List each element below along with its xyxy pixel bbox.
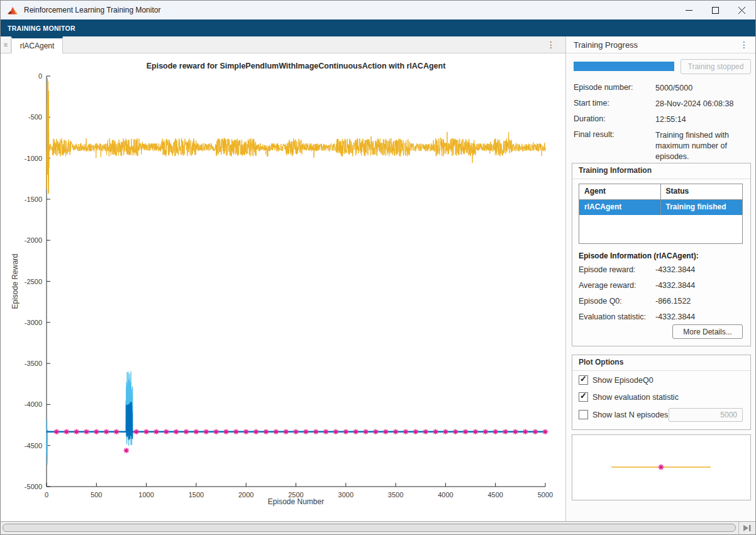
progress-fill bbox=[574, 62, 674, 71]
average-reward-stat: Average reward: -4332.3844 bbox=[579, 281, 695, 290]
training-information-section: Training Information Agent Status rlACAg… bbox=[572, 163, 751, 346]
horizontal-scrollbar[interactable] bbox=[3, 524, 736, 532]
show-last-n-episodes-checkbox-row[interactable]: Show last N episodes bbox=[579, 410, 668, 419]
svg-text:-3500: -3500 bbox=[25, 360, 42, 367]
column-header-agent: Agent bbox=[579, 184, 661, 199]
window-controls bbox=[675, 1, 755, 19]
svg-text:-2500: -2500 bbox=[25, 278, 42, 285]
plot-options-section: Plot Options Show EpisodeQ0 Show evaluat… bbox=[572, 355, 751, 430]
evaluation-statistic-stat: Evaluation statistic: -4332.3844 bbox=[579, 312, 695, 321]
svg-text:Episode reward for SimplePendl: Episode reward for SimplePendlumWithImag… bbox=[147, 62, 446, 70]
svg-text:Episode Reward: Episode Reward bbox=[11, 253, 19, 309]
more-details-button[interactable]: More Details... bbox=[672, 324, 743, 339]
toolstrip-tab-training-monitor[interactable]: TRAINING MONITOR bbox=[8, 25, 75, 32]
field-value: 28-Nov-2024 06:08:38 bbox=[655, 99, 752, 109]
checkbox[interactable] bbox=[579, 410, 588, 419]
svg-text:1500: 1500 bbox=[189, 491, 204, 499]
checkbox[interactable] bbox=[579, 375, 588, 385]
svg-text:-2000: -2000 bbox=[25, 236, 42, 244]
minimize-icon bbox=[686, 7, 692, 14]
collapse-panel-right-icon[interactable] bbox=[743, 524, 752, 532]
svg-text:0: 0 bbox=[38, 72, 42, 80]
stat-value: -866.1522 bbox=[655, 297, 691, 306]
stat-value: -4332.3844 bbox=[655, 312, 695, 321]
last-n-episodes-input[interactable] bbox=[669, 408, 743, 422]
show-evaluation-statistic-checkbox-row[interactable]: Show evaluation statistic bbox=[579, 392, 679, 402]
training-progress-bar bbox=[574, 62, 674, 71]
status-cell: Training finished bbox=[661, 200, 743, 215]
svg-text:Episode Number: Episode Number bbox=[268, 497, 324, 506]
titlebar: Reinforcement Learning Training Monitor bbox=[1, 1, 755, 19]
panel-actions-kebab-icon[interactable]: ⋮ bbox=[740, 40, 748, 49]
stat-label: Episode reward: bbox=[579, 265, 655, 274]
svg-text:500: 500 bbox=[91, 491, 102, 499]
svg-text:-3000: -3000 bbox=[25, 319, 42, 326]
close-icon bbox=[738, 7, 745, 14]
document-grip-icon[interactable]: ≡ bbox=[1, 36, 11, 53]
document-tabbar: ≡ rlACAgent ⋮ bbox=[1, 36, 565, 53]
tab-rlacagent[interactable]: rlACAgent bbox=[11, 36, 63, 53]
field-value: 5000/5000 bbox=[655, 83, 752, 94]
start-time-row: Start time: 28-Nov-2024 06:08:38 bbox=[574, 99, 752, 109]
stat-label: Evaluation statistic: bbox=[579, 312, 655, 321]
checkbox-label: Show EpisodeQ0 bbox=[592, 376, 653, 385]
episode-reward-plot: Episode reward for SimplePendlumWithImag… bbox=[1, 53, 565, 521]
episode-information-title: Episode Information (rlACAgent): bbox=[579, 251, 699, 260]
svg-text:-4500: -4500 bbox=[25, 442, 42, 450]
panel-header: Training Progress ⋮ bbox=[566, 36, 756, 53]
svg-text:-500: -500 bbox=[28, 113, 42, 121]
table-header-row: Agent Status bbox=[579, 184, 742, 200]
field-label: Episode number: bbox=[574, 83, 655, 94]
field-value: 12:55:14 bbox=[655, 114, 752, 125]
maximize-icon bbox=[712, 7, 719, 14]
close-button[interactable] bbox=[728, 1, 755, 19]
episode-number-row: Episode number: 5000/5000 bbox=[574, 83, 752, 94]
checkbox-label: Show last N episodes bbox=[592, 411, 668, 419]
training-stopped-button[interactable]: Training stopped bbox=[681, 59, 751, 74]
svg-text:4000: 4000 bbox=[438, 491, 453, 499]
field-value: Training finished with maximum number of… bbox=[655, 130, 751, 162]
svg-text:5000: 5000 bbox=[538, 491, 553, 499]
svg-text:1000: 1000 bbox=[138, 491, 153, 499]
stat-value: -4332.3844 bbox=[655, 265, 695, 274]
episode-reward-chart: Episode reward for SimplePendlumWithImag… bbox=[1, 53, 565, 521]
document-pane: ≡ rlACAgent ⋮ Episode reward for SimpleP… bbox=[1, 36, 565, 521]
section-title: Training Information bbox=[572, 163, 750, 179]
stat-label: Average reward: bbox=[579, 281, 655, 290]
field-label: Start time: bbox=[574, 99, 655, 109]
svg-text:2000: 2000 bbox=[238, 491, 253, 499]
minimize-button[interactable] bbox=[675, 1, 702, 19]
plot-preview-panel bbox=[572, 434, 751, 500]
svg-text:-1000: -1000 bbox=[25, 155, 42, 162]
stat-value: -4332.3844 bbox=[655, 281, 695, 290]
svg-text:-5000: -5000 bbox=[25, 483, 42, 490]
checkbox[interactable] bbox=[579, 392, 588, 402]
tab-actions-kebab-icon[interactable]: ⋮ bbox=[547, 40, 555, 49]
maximize-button[interactable] bbox=[702, 1, 728, 19]
table-row[interactable]: rlACAgent Training finished bbox=[579, 200, 742, 215]
svg-text:4500: 4500 bbox=[487, 491, 503, 499]
column-header-status: Status bbox=[661, 184, 743, 199]
footer-divider bbox=[738, 522, 739, 535]
episode-q0-stat: Episode Q0: -866.1522 bbox=[579, 297, 691, 306]
stat-label: Episode Q0: bbox=[579, 297, 655, 306]
svg-text:-1500: -1500 bbox=[25, 196, 42, 203]
window-title: Reinforcement Learning Training Monitor bbox=[24, 6, 160, 14]
training-progress-panel: Training Progress ⋮ Training stopped Epi… bbox=[565, 36, 756, 521]
show-episodeq0-checkbox-row[interactable]: Show EpisodeQ0 bbox=[579, 375, 653, 385]
svg-text:2500: 2500 bbox=[288, 491, 303, 499]
svg-text:3000: 3000 bbox=[338, 491, 353, 499]
svg-text:-4000: -4000 bbox=[25, 400, 42, 408]
tab-label: rlACAgent bbox=[20, 41, 55, 50]
section-title: Plot Options bbox=[572, 355, 750, 371]
matlab-logo-icon bbox=[8, 6, 19, 15]
toolstrip: TRAINING MONITOR bbox=[1, 19, 755, 36]
final-result-row: Final result: Training finished with max… bbox=[574, 130, 752, 162]
panel-title: Training Progress bbox=[574, 40, 638, 50]
checkbox-label: Show evaluation statistic bbox=[592, 393, 679, 402]
app-window: Reinforcement Learning Training Monitor … bbox=[0, 0, 756, 535]
agent-cell: rlACAgent bbox=[579, 200, 661, 215]
svg-text:0: 0 bbox=[45, 491, 48, 499]
agent-status-table: Agent Status rlACAgent Training finished bbox=[579, 184, 743, 244]
field-label: Duration: bbox=[574, 114, 655, 125]
